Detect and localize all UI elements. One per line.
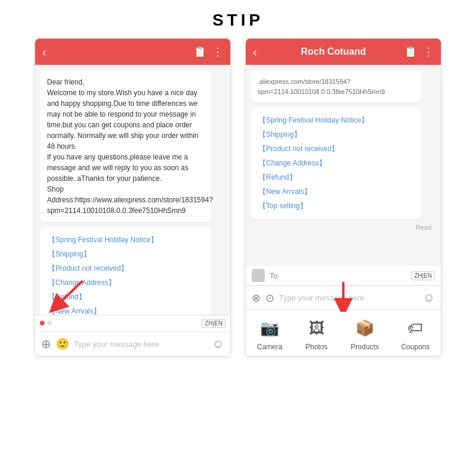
right-smiley-button[interactable]: ☺ [423,291,435,305]
right-read-label: Read [250,223,436,233]
link-not-received[interactable]: 【Product not received】 [48,261,202,275]
right-partial-message: .aliexpress.com/store/1831594?spm=2114.1… [250,71,421,102]
left-chat-body: Dear friend, Welcome to my store.Wish yo… [35,65,230,315]
right-link-not-received[interactable]: 【Product not received】 [259,142,413,156]
left-back-button[interactable]: ‹ [42,45,46,59]
toolbar-photos[interactable]: 🖼 Photos [305,316,328,351]
right-back-button[interactable]: ‹ [253,45,257,59]
right-header-icons: 📋 ⋮ [404,45,434,58]
right-lang-badge: ZH|EN [411,271,435,280]
right-link-refund[interactable]: 【Refund】 [259,170,413,184]
left-message-input[interactable]: Type your message here [74,340,208,349]
link-shipping[interactable]: 【Shipping】 [48,247,202,261]
right-phone: ‹ Roch Cotuand 📋 ⋮ .aliexpress.com/store… [245,38,441,356]
left-lang-badge: ZH|EN [202,319,226,328]
red-arrow-left [47,278,101,314]
left-dot-indicator2 [47,321,52,325]
coupons-label: Coupons [401,343,430,351]
left-input-area: ZH|EN [35,315,230,331]
products-label: Products [350,343,378,351]
toolbar-products[interactable]: 📦 Products [350,316,378,351]
left-bottom-input-row: ⊕ 🙂 Type your message here ☺ [35,331,230,356]
right-chat-body: .aliexpress.com/store/1831594?spm=2114.1… [246,65,441,266]
right-bottom-toolbar: 📷 Camera 🖼 Photos 📦 Products 🏷 Coupons [246,309,441,356]
right-circle-check-button[interactable]: ⊙ [265,292,274,305]
link-spring[interactable]: 【Spring Festival Holiday Notice】 [48,233,202,247]
camera-label: Camera [257,343,283,351]
right-circle-x-button[interactable]: ⊗ [252,292,261,305]
page-title: STIP [0,0,476,38]
to-label: To [270,271,278,280]
left-emoticon-button[interactable]: 🙂 [56,337,69,350]
welcome-message: Dear friend, Welcome to my store.Wish yo… [40,71,211,222]
products-icon: 📦 [353,316,377,340]
red-arrow-right [320,279,367,312]
photos-label: Photos [305,343,327,351]
right-link-change-address[interactable]: 【Change Address】 [259,156,413,170]
camera-icon: 📷 [258,316,281,340]
right-link-spring[interactable]: 【Spring Festival Holiday Notice】 [259,113,413,127]
right-header: ‹ Roch Cotuand 📋 ⋮ [246,39,441,65]
clipboard-icon[interactable]: 📋 [193,45,206,58]
left-plus-button[interactable]: ⊕ [41,337,51,351]
right-link-top-selling[interactable]: 【Top selling】 [259,199,413,213]
svg-line-1 [56,281,83,306]
toolbar-camera[interactable]: 📷 Camera [257,316,283,351]
left-smiley-button[interactable]: ☺ [212,337,224,351]
coupons-icon: 🏷 [403,316,427,340]
left-header: ‹ 📋 ⋮ [35,39,230,65]
photos-icon: 🖼 [305,316,328,340]
left-phone: ‹ 📋 ⋮ Dear friend, Welcome to my store.W… [35,38,231,356]
more-icon[interactable]: ⋮ [212,45,223,58]
right-link-shipping[interactable]: 【Shipping】 [259,127,413,142]
right-link-new-arrivals[interactable]: 【New Arrvals】 [259,184,413,199]
right-more-icon[interactable]: ⋮ [423,45,434,58]
left-dot-indicator [40,321,45,325]
right-header-title: Roch Cotuand [263,46,404,57]
right-links-bubble: 【Spring Festival Holiday Notice】 【Shippi… [250,107,421,219]
right-clipboard-icon[interactable]: 📋 [404,45,417,58]
left-header-icons: 📋 ⋮ [193,45,223,58]
to-avatar [252,269,265,282]
toolbar-coupons[interactable]: 🏷 Coupons [401,316,430,351]
